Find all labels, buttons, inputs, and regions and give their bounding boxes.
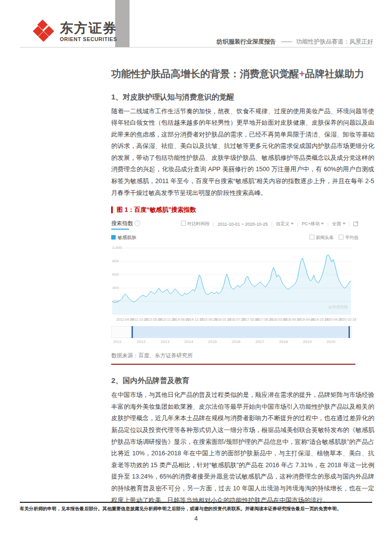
custom-range-dropdown[interactable]: 自定义 [276, 221, 294, 227]
orient-securities-logo: 东方证券 ORIENT SECURITIES [32, 19, 117, 43]
y-axis-label: 800 [112, 259, 119, 263]
report-title: 功能性护肤品赛道：风景正好 [296, 38, 373, 45]
baidu-legend-row: 敏感肌肤 新闻头条 平均值 [111, 235, 358, 241]
slider-year: 2012 [137, 339, 146, 344]
line-chart-svg [111, 245, 352, 317]
checkbox-icon[interactable] [339, 235, 344, 240]
title-plus-sign: + [299, 68, 305, 79]
slider-year: 2013 [161, 339, 170, 344]
orient-diamond-icon [32, 19, 55, 43]
baidu-index-widget: 搜索指数? 对比时间段 | 2011-10-01 ~ 2020-10-25 | … [111, 220, 358, 345]
section-1-paragraph: 随着一二线城市工作生活节奏的加快，熬夜、饮食不规律、过度的使用美妆产品、环境问题… [111, 106, 374, 199]
chevron-down-icon [343, 223, 346, 225]
region-dropdown[interactable]: 全国 [332, 221, 346, 227]
slider-year: 2016 [232, 339, 241, 344]
average-checkbox[interactable]: 平均值 [339, 235, 358, 241]
footer-disclaimer: 有关分析师的申明，见本报告最后部分。其他重要信息披露见分析师申明之后部分，或请与… [20, 506, 372, 512]
slider-year: 2015 [208, 339, 217, 344]
footer-divider [20, 502, 372, 503]
y-axis-label: 1,000 [112, 245, 122, 250]
legend-item: 敏感肌肤 [111, 235, 136, 241]
figure-1: 图 1：百度“敏感肌”搜索指数 搜索指数? 对比时间段 | 2011-10-01… [111, 206, 374, 365]
header-dash: —— [281, 38, 291, 45]
chevron-down-icon [291, 223, 294, 225]
x-axis-tick-labels: 2012-04-092012-10-222013-05-062013-11-18… [111, 318, 352, 324]
legend-swatch [111, 235, 116, 240]
figure-1-caption: 图 1：百度“敏感肌”搜索指数 [111, 206, 374, 213]
active-tab-underline [111, 229, 129, 230]
figure-1-source: 数据来源：百度、东方证券研究所 [111, 352, 374, 359]
overlay-checkboxes: 新闻头条 平均值 [309, 235, 358, 241]
baidu-controls: 对比时间段 | 2011-10-01 ~ 2020-10-25 | 自定义 | … [181, 220, 358, 227]
y-axis-label: 200 [112, 299, 119, 303]
date-range-value[interactable]: 2011-10-01 ~ 2020-10-25 [218, 222, 268, 227]
slider-selected-range[interactable] [131, 326, 350, 338]
slider-year: 2011 [113, 339, 122, 344]
slider-year-labels: 2011201220132014201520162017201820192020 [111, 339, 352, 345]
logo-text: 东方证券 ORIENT SECURITIES [60, 21, 117, 42]
page-title: 功能性护肤品高增长的背景：消费意识觉醒+品牌社媒助力 [111, 67, 374, 81]
baidu-toolbar: 搜索指数? 对比时间段 | 2011-10-01 ~ 2020-10-25 | … [111, 220, 358, 231]
compare-period-checkbox[interactable]: 对比时间段 [181, 221, 210, 227]
device-dropdown[interactable]: PC+移动 [302, 221, 324, 227]
figure-bottom-rule [111, 364, 355, 365]
page-number: 4 [0, 515, 392, 522]
header-gray-bar [115, 0, 130, 47]
slider-year: 2019 [303, 339, 312, 344]
brand-name-cn: 东方证券 [60, 21, 117, 36]
y-axis-label: 600 [112, 272, 119, 277]
section-2-heading: 2、国内外品牌普及教育 [111, 376, 374, 386]
slider-year: 2020 [327, 339, 336, 344]
checkbox-icon[interactable] [181, 221, 186, 226]
external-link-icon[interactable] [353, 221, 358, 227]
slider-year: 2014 [184, 339, 193, 344]
x-axis-tick: 2020-10-19 [339, 318, 356, 321]
main-content: 功能性护肤品高增长的背景：消费意识觉醒+品牌社媒助力 1、对皮肤护理认知与消费意… [111, 67, 374, 506]
time-range-slider[interactable] [111, 326, 352, 338]
section-1-heading: 1、对皮肤护理认知与消费意识的觉醒 [111, 93, 374, 102]
report-type: 纺织服装行业深度报告 [217, 38, 276, 45]
news-headline-checkbox[interactable]: 新闻头条 [309, 235, 334, 241]
tab-search-index[interactable]: 搜索指数? [111, 220, 140, 230]
chevron-down-icon [321, 223, 324, 225]
baidu-watermark: @百度指数 [328, 304, 348, 310]
help-icon[interactable]: ? [134, 220, 140, 226]
checkbox-icon[interactable] [309, 235, 314, 240]
header-divider [20, 47, 372, 48]
brand-name-en: ORIENT SECURITIES [60, 36, 117, 42]
search-index-line-chart: @百度指数 2004006008001,000 [111, 245, 352, 317]
y-axis-label: 400 [112, 286, 119, 290]
section-2-paragraph: 在中国市场，与其他日化产品的普及过程类似的是，顺应潜在需求的提升，品牌矩阵与市场… [111, 389, 374, 506]
header-report-info: 纺织服装行业深度报告 —— 功能性护肤品赛道：风景正好 [217, 38, 373, 46]
report-page: 东方证券 ORIENT SECURITIES 纺织服装行业深度报告 —— 功能性… [0, 0, 392, 533]
slider-year: 2018 [279, 339, 288, 344]
slider-year: 2017 [256, 339, 264, 344]
